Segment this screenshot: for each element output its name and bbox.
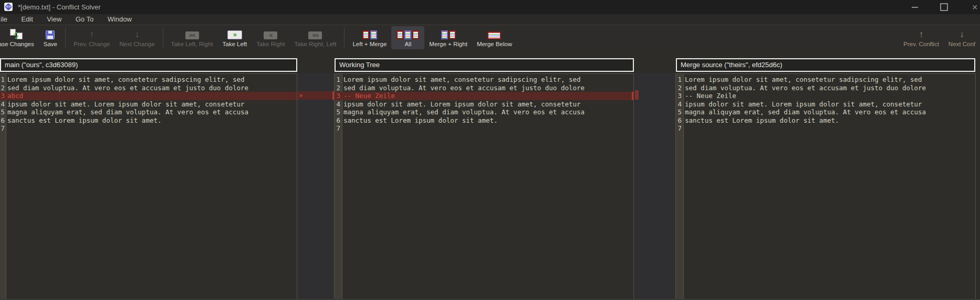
line-text: magna aliquyam erat, sed diam voluptua. … xyxy=(342,108,585,116)
button-label: Left + Merge xyxy=(352,41,387,47)
line-number: 2 xyxy=(335,84,342,92)
conflict-chevron-icon: » xyxy=(299,91,303,99)
line-text xyxy=(6,124,7,133)
line-text xyxy=(684,124,685,133)
line-number: 4 xyxy=(0,100,6,109)
editor-pane-ours[interactable]: 1Lorem ipsum dolor sit amet, consetetur … xyxy=(0,73,297,299)
take-right-left-button[interactable]: «» Take Right, Left xyxy=(290,26,341,49)
pane-header-label: Merge source ("theirs", efd25d6c) xyxy=(681,61,782,69)
line-number: 5 xyxy=(335,108,342,116)
take-left-right-icon: »« xyxy=(185,31,199,39)
maximize-button[interactable] xyxy=(936,0,952,14)
menu-bar: ile Edit View Go To Window xyxy=(0,14,980,25)
editor-pane-working-tree[interactable]: 1Lorem ipsum dolor sit amet, consetetur … xyxy=(334,73,634,299)
menu-file[interactable]: ile xyxy=(1,14,7,25)
line-text: magna aliquyam erat, sed diam voluptua. … xyxy=(684,108,926,116)
button-label: Merge + Right xyxy=(429,41,467,47)
pane-gap xyxy=(634,73,675,299)
code-line-conflict[interactable]: 3-- Neue Zeile xyxy=(335,92,633,100)
line-text: sanctus est Lorem ipsum dolor sit amet. xyxy=(6,116,162,125)
menu-goto[interactable]: Go To xyxy=(76,14,93,25)
code-line[interactable]: 1Lorem ipsum dolor sit amet, consetetur … xyxy=(335,76,633,84)
code-line[interactable]: 5magna aliquyam erat, sed diam voluptua.… xyxy=(0,108,297,116)
left-plus-merge-button[interactable]: Left + Merge xyxy=(348,26,391,49)
toolbar-separator xyxy=(163,28,163,48)
button-label: Save xyxy=(44,41,57,47)
line-number: 3 xyxy=(335,92,342,100)
line-text xyxy=(342,124,343,133)
button-label: ase Changes xyxy=(0,41,34,47)
merge-plus-right-button[interactable]: Merge + Right xyxy=(424,26,472,49)
merge-below-button[interactable]: Merge Below xyxy=(472,26,517,49)
pane-header-ours: main ("ours", c3d63089) xyxy=(0,58,297,72)
line-number: 4 xyxy=(676,100,684,109)
line-number: 6 xyxy=(676,116,684,125)
line-text: sanctus est Lorem ipsum dolor sit amet. xyxy=(342,116,498,125)
code-line[interactable]: 7 xyxy=(335,124,633,133)
line-number: 6 xyxy=(0,116,6,125)
line-text: sanctus est Lorem ipsum dolor sit amet. xyxy=(684,116,839,125)
line-number: 3 xyxy=(676,92,684,100)
editor-pane-theirs[interactable]: 1Lorem ipsum dolor sit amet, consetetur … xyxy=(675,73,976,299)
line-number: 1 xyxy=(335,76,342,84)
code-line[interactable]: 2sed diam voluptua. At vero eos et accus… xyxy=(335,84,633,92)
code-line[interactable]: 5magna aliquyam erat, sed diam voluptua.… xyxy=(676,108,975,116)
toolbar-separator xyxy=(344,28,345,48)
code-line[interactable]: 7 xyxy=(0,124,297,133)
close-button[interactable]: ✕ xyxy=(967,0,980,14)
line-number: 5 xyxy=(0,108,6,116)
line-number: 6 xyxy=(335,116,342,125)
next-conflict-button[interactable]: ↓ Next Conf xyxy=(944,26,980,49)
close-icon: ✕ xyxy=(972,3,978,12)
up-arrow-icon: ↑ xyxy=(89,30,94,39)
maximize-icon xyxy=(940,3,948,11)
code-line[interactable]: 4ipsum dolor sit amet. Lorem ipsum dolor… xyxy=(676,100,975,109)
conflict-marker xyxy=(635,90,639,100)
app-icon-glyph: <> xyxy=(4,3,13,10)
code-line[interactable]: 6sanctus est Lorem ipsum dolor sit amet. xyxy=(335,116,633,125)
base-changes-button[interactable]: ↗ ↙ ase Changes xyxy=(0,26,39,49)
line-number: 1 xyxy=(676,76,684,84)
menu-edit[interactable]: Edit xyxy=(21,14,33,25)
pane-header-theirs: Merge source ("theirs", efd25d6c) xyxy=(676,58,975,72)
code-line[interactable]: 1Lorem ipsum dolor sit amet, consetetur … xyxy=(676,76,975,84)
line-text: sed diam voluptua. At vero eos et accusa… xyxy=(684,84,926,92)
code-line[interactable]: 4ipsum dolor sit amet. Lorem ipsum dolor… xyxy=(0,100,297,109)
code-line[interactable]: 3-- Neue Zeile xyxy=(676,92,975,100)
button-label: Prev. Conflict xyxy=(903,41,939,47)
prev-conflict-button[interactable]: ↑ Prev. Conflict xyxy=(899,26,944,49)
line-text: magna aliquyam erat, sed diam voluptua. … xyxy=(6,108,248,116)
code-line[interactable]: 1Lorem ipsum dolor sit amet, consetetur … xyxy=(0,76,297,84)
merge-below-doc-icon xyxy=(487,29,502,39)
swap-documents-icon: ↗ ↙ xyxy=(10,29,23,39)
button-label: Next Change xyxy=(119,41,154,47)
code-line[interactable]: 2sed diam voluptua. At vero eos et accus… xyxy=(0,84,297,92)
code-line[interactable]: 6sanctus est Lorem ipsum dolor sit amet. xyxy=(676,116,975,125)
prev-change-button[interactable]: ↑ Prev. Change xyxy=(69,26,114,49)
code-line[interactable]: 4ipsum dolor sit amet. Lorem ipsum dolor… xyxy=(335,100,633,109)
merge-right-docs-icon xyxy=(441,29,456,39)
line-text: ipsum dolor sit amet. Lorem ipsum dolor … xyxy=(342,100,581,109)
code-line[interactable]: 2sed diam voluptua. At vero eos et accus… xyxy=(676,84,975,92)
save-button[interactable]: Save xyxy=(39,26,62,49)
pane-header-label: main ("ours", c3d63089) xyxy=(5,61,78,69)
take-left-right-button[interactable]: »« Take Left, Right xyxy=(166,26,218,49)
line-text: Lorem ipsum dolor sit amet, consetetur s… xyxy=(6,76,245,84)
line-number: 4 xyxy=(335,100,342,109)
menu-window[interactable]: Window xyxy=(108,14,132,25)
take-left-button[interactable]: » Take Left xyxy=(218,26,252,49)
code-line-conflict[interactable]: 3abcd xyxy=(0,92,297,100)
minimize-button[interactable] xyxy=(907,0,923,14)
code-line[interactable]: 7 xyxy=(676,124,975,133)
code-line[interactable]: 6sanctus est Lorem ipsum dolor sit amet. xyxy=(0,116,297,125)
next-change-button[interactable]: ↓ Next Change xyxy=(114,26,159,49)
line-text: sed diam voluptua. At vero eos et accusa… xyxy=(342,84,585,92)
code-line[interactable]: 5magna aliquyam erat, sed diam voluptua.… xyxy=(335,108,633,116)
line-number: 7 xyxy=(335,124,342,133)
all-button[interactable]: All xyxy=(391,26,424,49)
take-right-button[interactable]: « Take Right xyxy=(252,26,289,49)
title-bar: <> *[demo.txt] - Conflict Solver ✕ xyxy=(0,0,980,14)
button-label: Take Right xyxy=(256,41,285,47)
line-number: 2 xyxy=(676,84,684,92)
menu-view[interactable]: View xyxy=(47,14,61,25)
